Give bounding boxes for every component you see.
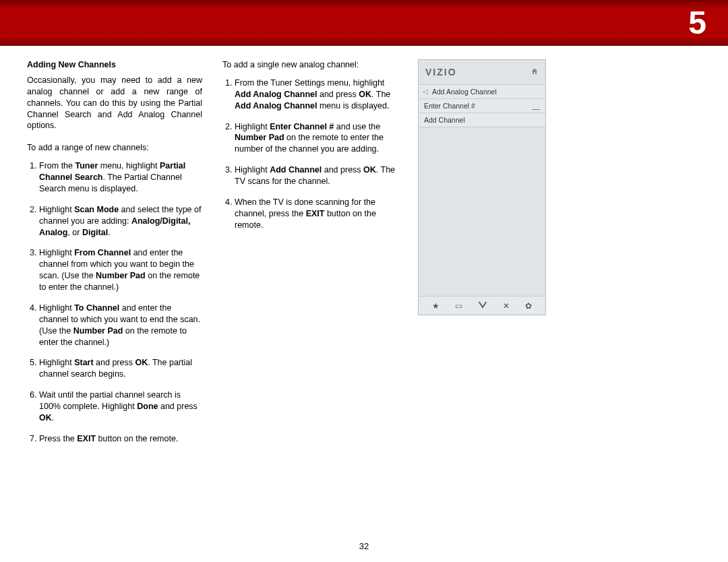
page-number: 32 (0, 541, 728, 551)
vudu-icon (478, 301, 487, 311)
close-icon: ✕ (503, 301, 510, 311)
step-3: Highlight From Channel and enter the cha… (39, 247, 202, 293)
left-column: Adding New Channels Occasionally, you ma… (27, 59, 202, 454)
intro-paragraph: Occasionally, you may need to add a new … (27, 75, 202, 131)
tv-menu-box: VIZIO ◁ Add Analog Channel Enter Channel… (418, 59, 546, 315)
tv-row-enter-channel: Enter Channel # __ (419, 99, 545, 113)
tv-menu-list: ◁ Add Analog Channel Enter Channel # __ … (419, 84, 545, 127)
tv-screenshot: VIZIO ◁ Add Analog Channel Enter Channel… (418, 59, 546, 454)
step-5: Highlight Start and press OK. The partia… (39, 357, 202, 380)
single-steps: From the Tuner Settings menu, highlight … (235, 77, 398, 231)
lead-range: To add a range of new channels: (27, 142, 202, 154)
tv-row-add-analog: ◁ Add Analog Channel (419, 85, 545, 99)
step-6: Wait until the partial channel search is… (39, 389, 202, 424)
lead-single: To add a single new analog channel: (222, 59, 398, 71)
header-bar (0, 0, 728, 46)
back-arrow-icon: ◁ (423, 88, 428, 95)
step-4: When the TV is done scanning for the cha… (235, 197, 398, 231)
step-1: From the Tuner menu, highlight Partial C… (39, 160, 202, 195)
chapter-number: 5 (688, 4, 706, 41)
tv-footer-icons: ★ ▭ ✕ ✿ (419, 296, 545, 315)
gear-icon: ✿ (525, 301, 532, 311)
range-steps: From the Tuner menu, highlight Partial C… (39, 160, 202, 445)
home-icon (530, 67, 539, 77)
step-1: From the Tuner Settings menu, highlight … (235, 77, 398, 112)
tv-logo: VIZIO (425, 67, 457, 77)
star-icon: ★ (432, 301, 439, 311)
step-2: Highlight Enter Channel # and use the Nu… (235, 121, 398, 156)
step-4: Highlight To Channel and enter the chann… (39, 303, 202, 348)
page-content: Adding New Channels Occasionally, you ma… (27, 59, 701, 454)
middle-column: To add a single new analog channel: From… (222, 59, 398, 454)
section-heading: Adding New Channels (27, 59, 202, 71)
step-7: Press the EXIT button on the remote. (39, 433, 202, 445)
wide-icon: ▭ (455, 301, 462, 311)
tv-header: VIZIO (419, 60, 545, 84)
tv-row-add-channel: Add Channel (419, 113, 545, 127)
step-3: Highlight Add Channel and press OK. The … (235, 164, 398, 187)
step-2: Highlight Scan Mode and select the type … (39, 204, 202, 239)
